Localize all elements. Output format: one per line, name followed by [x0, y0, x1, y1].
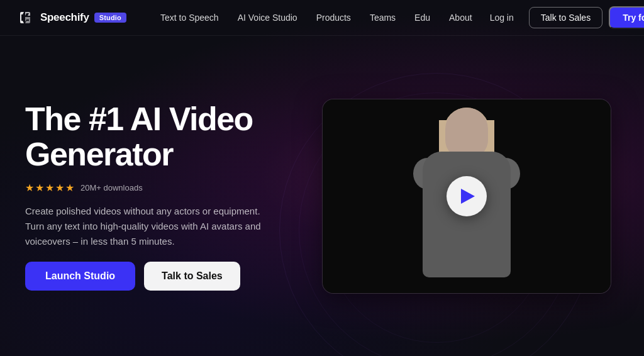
nav-link-about[interactable]: About	[440, 9, 481, 26]
nav-link-ai-voice-studio[interactable]: AI Voice Studio	[229, 9, 306, 26]
nav-actions: Log in Talk to Sales Try for free	[481, 6, 644, 29]
star-3: ★	[45, 182, 54, 194]
nav-link-teams[interactable]: Teams	[361, 9, 404, 26]
star-4: ★	[55, 182, 64, 194]
star-1: ★	[25, 182, 34, 194]
star-2: ★	[35, 182, 44, 194]
avatar-head	[445, 108, 488, 158]
hero-left: The #1 AI Video Generator ★ ★ ★ ★ ★ 20M+…	[25, 101, 289, 291]
talk-to-sales-nav-button[interactable]: Talk to Sales	[529, 7, 602, 28]
rating-row: ★ ★ ★ ★ ★ 20M+ downloads	[25, 182, 289, 194]
video-inner	[323, 99, 611, 293]
video-container	[322, 99, 611, 294]
launch-studio-button[interactable]: Launch Studio	[25, 262, 135, 291]
hero-description: Create polished videos without any actor…	[25, 204, 264, 249]
star-rating: ★ ★ ★ ★ ★	[25, 182, 74, 194]
navbar: Speechify Studio Text to Speech AI Voice…	[0, 0, 644, 36]
logo-text: Speechify	[40, 11, 89, 24]
hero-title: The #1 AI Video Generator	[25, 101, 289, 172]
talk-to-sales-hero-button[interactable]: Talk to Sales	[144, 262, 240, 291]
nav-links: Text to Speech AI Voice Studio Products …	[152, 9, 481, 26]
try-for-free-nav-button[interactable]: Try for free	[609, 6, 644, 29]
hero-right	[314, 99, 619, 294]
nav-link-products[interactable]: Products	[308, 9, 360, 26]
star-5: ★	[65, 182, 74, 194]
downloads-count: 20M+ downloads	[80, 183, 143, 192]
speechify-logo-icon	[18, 9, 35, 26]
nav-link-text-to-speech[interactable]: Text to Speech	[152, 9, 228, 26]
logo-area[interactable]: Speechify Studio	[18, 9, 126, 26]
hero-section: The #1 AI Video Generator ★ ★ ★ ★ ★ 20M+…	[0, 36, 644, 356]
login-button[interactable]: Log in	[481, 9, 523, 26]
nav-link-edu[interactable]: Edu	[406, 9, 439, 26]
play-button[interactable]	[447, 176, 487, 216]
hero-buttons: Launch Studio Talk to Sales	[25, 262, 289, 291]
play-icon	[461, 189, 475, 204]
studio-badge: Studio	[94, 13, 126, 23]
